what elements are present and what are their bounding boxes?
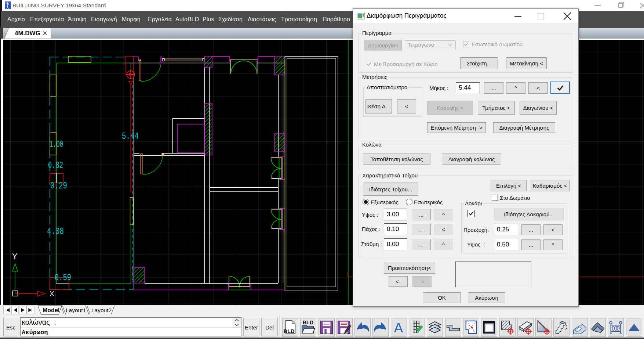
- svg-text:Y: Y: [12, 252, 17, 262]
- svg-text:Layout1: Layout1: [66, 307, 86, 313]
- svg-text:0.29: 0.29: [50, 181, 67, 191]
- svg-text:BLD: BLD: [303, 320, 313, 325]
- svg-text:0.59: 0.59: [55, 273, 71, 283]
- svg-text:BLD: BLD: [284, 328, 294, 334]
- svg-text:5.44: 5.44: [122, 131, 139, 142]
- svg-text:4M.DWG: 4M.DWG: [15, 30, 40, 37]
- svg-text:X: X: [50, 290, 54, 298]
- svg-text:4.08: 4.08: [47, 226, 64, 237]
- svg-text:Layout2: Layout2: [91, 307, 112, 313]
- svg-text:0.82: 0.82: [48, 160, 63, 171]
- svg-text:1.00: 1.00: [50, 139, 63, 150]
- svg-text:Model: Model: [43, 307, 59, 313]
- svg-text:A: A: [394, 320, 403, 335]
